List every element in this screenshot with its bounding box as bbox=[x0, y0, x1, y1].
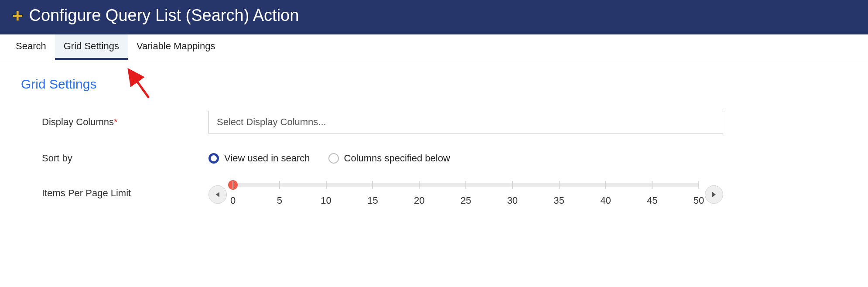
slider-tick bbox=[605, 181, 606, 189]
triangle-right-icon bbox=[711, 191, 717, 198]
tab-search[interactable]: Search bbox=[7, 34, 55, 60]
slider-tick-label: 5 bbox=[277, 195, 282, 206]
slider-tick-label: 40 bbox=[600, 195, 611, 206]
tab-grid-settings[interactable]: Grid Settings bbox=[55, 34, 128, 60]
slider-tick bbox=[698, 181, 699, 189]
slider-tick bbox=[326, 181, 327, 189]
radio-label-view: View used in search bbox=[224, 153, 310, 164]
slider-track-wrap: 05101520253035404550 bbox=[227, 183, 705, 205]
display-columns-label: Display Columns* bbox=[21, 116, 208, 128]
slider-tick-label: 25 bbox=[461, 195, 471, 206]
slider-tick bbox=[559, 181, 560, 189]
slider-tick bbox=[512, 181, 513, 189]
sort-by-radio-group: View used in search Columns specified be… bbox=[208, 153, 450, 164]
items-per-page-label: Items Per Page Limit bbox=[21, 183, 208, 199]
slider-tick-label: 0 bbox=[230, 195, 236, 206]
field-sort-by: Sort by View used in search Columns spec… bbox=[21, 153, 847, 164]
slider-tick-label: 15 bbox=[367, 195, 378, 206]
slider-tick-label: 35 bbox=[554, 195, 564, 206]
display-columns-select[interactable]: Select Display Columns... bbox=[208, 111, 723, 133]
slider-tick-labels: 05101520253035404550 bbox=[233, 195, 699, 205]
display-columns-label-text: Display Columns bbox=[42, 116, 114, 127]
plus-icon: + bbox=[12, 7, 23, 25]
slider-tick-label: 20 bbox=[414, 195, 424, 206]
slider-tick bbox=[652, 181, 653, 189]
slider-tick bbox=[372, 181, 373, 189]
required-asterisk: * bbox=[114, 116, 118, 127]
slider-tick-label: 50 bbox=[694, 195, 704, 206]
slider-tick bbox=[465, 181, 466, 189]
field-items-per-page: Items Per Page Limit 0510152025303540455… bbox=[21, 183, 847, 205]
triangle-left-icon bbox=[215, 191, 220, 198]
tab-bar: Search Grid Settings Variable Mappings bbox=[0, 34, 868, 60]
slider-tick-label: 10 bbox=[321, 195, 331, 206]
field-display-columns: Display Columns* Select Display Columns.… bbox=[21, 111, 847, 133]
slider-ticks bbox=[233, 181, 699, 189]
section-title: Grid Settings bbox=[21, 77, 847, 92]
slider-tick bbox=[232, 181, 233, 189]
radio-columns-specified-below[interactable]: Columns specified below bbox=[328, 153, 450, 164]
radio-selected-icon bbox=[208, 153, 219, 164]
content-area: Grid Settings Display Columns* Select Di… bbox=[0, 60, 868, 241]
slider-tick bbox=[279, 181, 280, 189]
tab-variable-mappings[interactable]: Variable Mappings bbox=[128, 34, 224, 60]
radio-label-columns: Columns specified below bbox=[344, 153, 450, 164]
page-header: + Configure Query List (Search) Action bbox=[0, 0, 868, 34]
slider-tick bbox=[419, 181, 420, 189]
radio-view-used-in-search[interactable]: View used in search bbox=[208, 153, 310, 164]
items-per-page-slider: 05101520253035404550 bbox=[208, 183, 723, 205]
slider-increment-button[interactable] bbox=[705, 185, 723, 204]
slider-tick-label: 45 bbox=[647, 195, 657, 206]
sort-by-label: Sort by bbox=[21, 153, 208, 164]
slider-decrement-button[interactable] bbox=[208, 185, 227, 204]
page-title: Configure Query List (Search) Action bbox=[29, 6, 299, 25]
radio-unselected-icon bbox=[328, 153, 339, 164]
slider-tick-label: 30 bbox=[507, 195, 518, 206]
